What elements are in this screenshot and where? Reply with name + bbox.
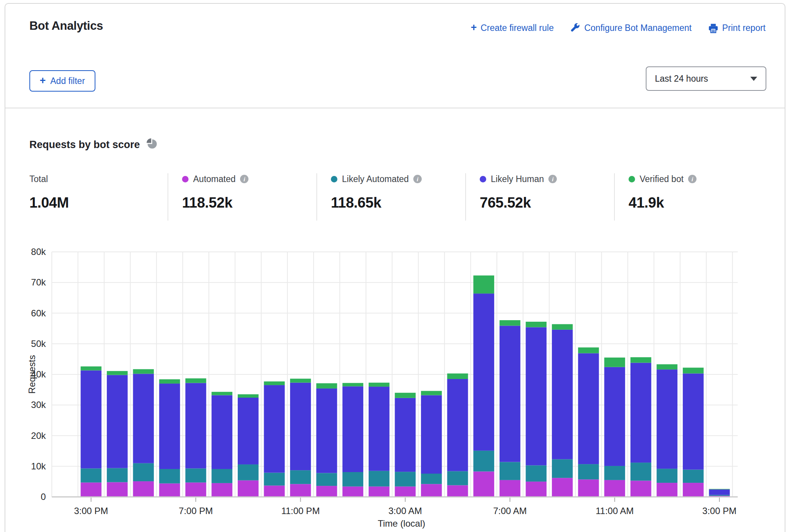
stat-verified-bot-label: Verified bot (640, 174, 684, 184)
configure-bot-management-label: Configure Bot Management (584, 23, 692, 33)
bar-segment (316, 383, 337, 389)
bar-segment (264, 473, 285, 486)
x-tick-label: 7:00 AM (493, 506, 527, 516)
pie-chart-icon (146, 138, 158, 151)
bar-segment (81, 366, 102, 370)
bar-segment (316, 389, 337, 473)
x-tick-label: 11:00 AM (596, 506, 634, 516)
bar-segment (238, 394, 259, 398)
print-report-link[interactable]: Print report (708, 23, 766, 33)
add-filter-label: Add filter (50, 76, 85, 86)
stat-automated-value: 118.52k (182, 195, 248, 211)
time-range-dropdown[interactable]: Last 24 hours (646, 66, 766, 91)
bar-segment (211, 483, 232, 497)
bar-segment (552, 330, 573, 459)
stat-likely-human: Likely Human i 765.52k (480, 173, 557, 211)
stat-likely-automated: Likely Automated i 118.65k (331, 173, 422, 211)
bar-segment (395, 472, 416, 487)
stat-likely-human-label: Likely Human (491, 174, 544, 184)
bar-segment (81, 468, 102, 482)
bar-segment (316, 473, 337, 486)
bar-segment (657, 369, 678, 469)
stat-divider (316, 173, 317, 221)
stat-likely-automated-label: Likely Automated (342, 174, 409, 184)
wrench-icon (571, 23, 580, 33)
plus-icon: + (471, 23, 477, 33)
bar-segment (604, 466, 625, 480)
stat-total-value: 1.04M (29, 195, 69, 211)
x-tick-label: 11:00 PM (281, 506, 320, 516)
bar-segment (447, 471, 468, 485)
bar-segment (578, 353, 599, 464)
bar-segment (185, 378, 206, 383)
bar-segment (709, 495, 730, 496)
bar-segment (159, 484, 180, 497)
bar-segment (369, 387, 390, 471)
stat-verified-bot: Verified bot i 41.9k (629, 173, 696, 211)
y-tick-label: 30k (31, 400, 46, 410)
bar-segment (552, 459, 573, 478)
bar-segment (526, 465, 547, 482)
bar-segment (526, 482, 547, 497)
bar-segment (604, 367, 625, 466)
stat-divider (465, 173, 466, 221)
bar-segment (185, 482, 206, 497)
bar-segment (683, 470, 704, 483)
bar-segment (211, 392, 232, 395)
stat-total: Total 1.04M (29, 173, 69, 211)
bar-segment (630, 480, 651, 497)
bar-segment (709, 489, 730, 495)
print-report-label: Print report (722, 23, 766, 33)
bar-segment (211, 395, 232, 469)
x-axis-title: Time (local) (378, 518, 425, 529)
bar-segment (657, 364, 678, 370)
add-filter-button[interactable]: + Add filter (29, 70, 95, 92)
bar-segment (342, 472, 363, 487)
bar-segment (185, 383, 206, 468)
bar-segment (369, 487, 390, 497)
bar-segment (709, 489, 730, 489)
bar-segment (107, 371, 128, 375)
info-icon[interactable]: i (413, 175, 422, 183)
bar-segment (133, 463, 154, 481)
time-range-value: Last 24 hours (655, 74, 750, 84)
bar-segment (500, 480, 521, 497)
bar-segment (107, 468, 128, 482)
bar-segment (473, 451, 494, 472)
header-actions: + Create firewall rule Configure Bot Man… (471, 23, 766, 33)
bar-segment (395, 393, 416, 398)
bar-segment (500, 462, 521, 480)
info-icon[interactable]: i (240, 175, 248, 183)
x-tick-label: 3:00 PM (702, 506, 736, 516)
bar-segment (630, 363, 651, 463)
x-tick-label: 3:00 AM (389, 506, 422, 516)
bar-segment (238, 464, 259, 480)
y-tick-label: 20k (31, 430, 46, 441)
bar-segment (657, 469, 678, 483)
y-tick-label: 80k (31, 247, 46, 257)
bar-segment (630, 357, 651, 363)
bar-segment (421, 391, 442, 395)
bar-segment (630, 463, 651, 480)
info-icon[interactable]: i (548, 175, 557, 183)
bar-segment (159, 469, 180, 484)
stat-automated: Automated i 118.52k (182, 173, 248, 211)
bar-segment (447, 485, 468, 497)
requests-by-bot-score-chart: 3:00 PM7:00 PM11:00 PM3:00 AM7:00 AM11:0… (0, 240, 790, 532)
bar-segment (133, 369, 154, 374)
stat-divider (168, 173, 168, 221)
stat-automated-label: Automated (193, 174, 235, 184)
bar-segment (185, 468, 206, 482)
info-icon[interactable]: i (688, 175, 696, 183)
create-firewall-rule-link[interactable]: + Create firewall rule (471, 23, 554, 33)
stat-likely-automated-value: 118.65k (331, 195, 422, 211)
y-tick-label: 0 (41, 492, 46, 502)
x-tick-label: 3:00 PM (74, 506, 108, 516)
bar-segment (552, 324, 573, 329)
bar-segment (316, 486, 337, 497)
bar-segment (159, 384, 180, 469)
bar-segment (211, 469, 232, 483)
configure-bot-management-link[interactable]: Configure Bot Management (571, 23, 692, 33)
y-tick-label: 50k (31, 339, 46, 349)
bar-segment (500, 326, 521, 462)
